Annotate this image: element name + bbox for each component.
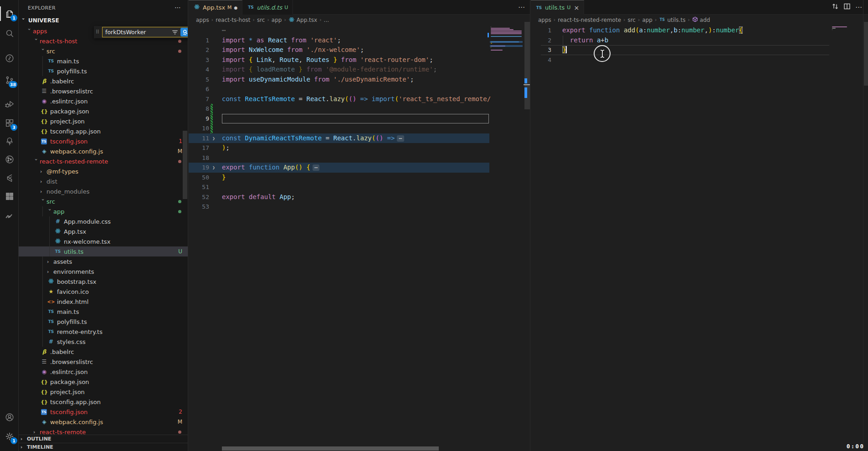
tree-item-nx-welcome-tsx[interactable]: nx-welcome.tsx	[19, 236, 188, 246]
tree-item-react-ts-nested-remote[interactable]: ›react-ts-nested-remote	[19, 156, 188, 166]
tree-item-remote-entry-ts[interactable]: TSremote-entry.ts	[19, 327, 188, 337]
fuzzy-search-toggle[interactable]	[180, 28, 188, 36]
code-line-ghost[interactable]: ⋯	[189, 26, 489, 36]
breadcrumb-item-react-ts-nested-remote[interactable]: react-ts-nested-remote	[558, 17, 621, 23]
activity-bar-item-tree[interactable]	[0, 132, 19, 150]
tree-item-polyfills-ts[interactable]: TSpolyfills.ts	[19, 66, 188, 76]
breadcrumb-item-app[interactable]: app	[272, 17, 282, 23]
breadcrumb-item-app-tsx[interactable]: App.tsx	[288, 16, 317, 24]
code-line-19[interactable]: 19❯export function App() {⋯	[189, 163, 489, 173]
tree-item-assets[interactable]: ›assets	[19, 256, 188, 266]
sidebar-section-timeline[interactable]: ›TIMELINE	[19, 443, 188, 451]
code-line-50[interactable]: 50}	[189, 173, 489, 183]
chevron-right-icon[interactable]: ›	[47, 259, 53, 265]
tree-item-environments[interactable]: ›environments	[19, 266, 188, 277]
code-line-5[interactable]: 5import useDynamicModule from './useDyna…	[189, 75, 489, 85]
chevron-right-icon[interactable]: ›	[40, 189, 46, 195]
code-line-1[interactable]: 1import * as React from 'react';	[189, 36, 489, 46]
code-line-2[interactable]: 2import NxWelcome from './nx-welcome';	[189, 45, 489, 55]
breadcrumb-item-apps[interactable]: apps	[196, 17, 209, 23]
code-line-52[interactable]: 52export default App;	[189, 192, 489, 202]
chevron-down-icon[interactable]: ›	[33, 159, 39, 165]
chevron-right-icon[interactable]: ›	[40, 169, 46, 174]
chevron-down-icon[interactable]: ›	[40, 199, 46, 205]
code-line-53[interactable]: 53	[189, 202, 489, 212]
tree-item-main-ts[interactable]: TSmain.ts	[19, 307, 188, 317]
activity-bar-item-extensions[interactable]: 3	[0, 114, 19, 132]
breadcrumb-item-app[interactable]: app	[642, 17, 652, 23]
activity-bar-item-grid[interactable]	[0, 187, 19, 205]
chevron-down-icon[interactable]: ›	[33, 38, 39, 45]
tree-item--browserslistrc[interactable]: ☰.browserslistrc	[19, 357, 188, 367]
tree-item-tsconfig-app-json[interactable]: {}tsconfig.app.json	[19, 397, 188, 407]
chevron-down-icon[interactable]: ›	[47, 209, 53, 215]
activity-bar-item-wave[interactable]	[0, 207, 19, 226]
minimap-left[interactable]	[490, 26, 524, 208]
tree-item-package-json[interactable]: {}package.json	[19, 106, 188, 116]
tree-item-tsconfig-app-json[interactable]: {}tsconfig.app.json	[19, 126, 188, 136]
breadcrumb-item-utils-ts[interactable]: TSutils.ts	[659, 17, 685, 23]
tree-item--babelrc[interactable]: β.babelrc	[19, 76, 188, 86]
breadcrumb-item-react-ts-host[interactable]: react-ts-host	[216, 17, 250, 23]
tree-item-bootstrap-tsx[interactable]: bootstrap.tsx	[19, 277, 188, 287]
fold-chevron-icon[interactable]: ❯	[212, 133, 215, 144]
tree-item-project-json[interactable]: {}project.json	[19, 116, 188, 126]
code-line-51[interactable]: 51	[189, 182, 489, 192]
breadcrumb-item--[interactable]: ...	[324, 17, 329, 23]
filter-icon[interactable]	[172, 29, 179, 36]
tab-utils-ts[interactable]: TSutils.tsU×	[531, 0, 584, 15]
code-line-1[interactable]: 1export function add(a:number,b:number,)…	[531, 26, 831, 36]
more-actions-icon[interactable]: ⋯	[855, 3, 863, 11]
tree-item-styles-css[interactable]: #styles.css	[19, 337, 188, 347]
activity-bar-item-git-graph[interactable]	[0, 150, 19, 169]
sidebar-more-actions-icon[interactable]: ⋯	[175, 4, 181, 11]
activity-bar-item-run-debug[interactable]	[0, 95, 19, 113]
code-line-17[interactable]: 17);	[189, 143, 489, 153]
tree-item-package-json[interactable]: {}package.json	[19, 377, 188, 387]
code-line-7[interactable]: 7const ReactTsRemote = React.lazy(() => …	[189, 94, 489, 104]
tree-item-project-json[interactable]: {}project.json	[19, 387, 188, 397]
tree-item-index-html[interactable]: <>index.html	[19, 297, 188, 307]
activity-bar-item-account[interactable]	[0, 408, 19, 426]
sidebar-scrollbar[interactable]	[183, 131, 187, 199]
code-line-4[interactable]: 4import { loadRemote } from '@module-fed…	[189, 65, 489, 75]
tree-item-main-ts[interactable]: TSmain.ts	[19, 56, 188, 66]
tree-item--mf-types[interactable]: ›@mf-types	[19, 166, 188, 176]
dirty-indicator-icon[interactable]: ●	[234, 5, 238, 10]
find-input[interactable]: forkDtsWorker	[105, 29, 172, 36]
drag-grip-icon[interactable]: ⠿	[96, 29, 102, 35]
tree-item-app-module-css[interactable]: #App.module.css	[19, 216, 188, 226]
code-line-3[interactable]: 3}	[531, 45, 831, 55]
split-editor-icon[interactable]	[843, 3, 851, 12]
tree-item--babelrc[interactable]: β.babelrc	[19, 347, 188, 357]
code-line-4[interactable]: 4	[531, 55, 831, 65]
minimap-right[interactable]	[831, 26, 847, 80]
activity-bar-item-explorer[interactable]: 1	[0, 5, 19, 23]
tree-item-polyfills-ts[interactable]: TSpolyfills.ts	[19, 317, 188, 327]
tree-item-tsconfig-json[interactable]: TStsconfig.json1	[19, 136, 188, 146]
code-line-10[interactable]: 10	[189, 123, 489, 133]
tree-item-webpack-config-js[interactable]: ◈webpack.config.jsM	[19, 146, 188, 156]
activity-bar-item-search[interactable]	[0, 25, 19, 43]
chevron-right-icon[interactable]: ›	[33, 429, 40, 435]
tree-item-react-ts-remote[interactable]: ›react-ts-remote	[19, 427, 188, 435]
code-line-18[interactable]: 18	[189, 153, 489, 163]
swap-editors-icon[interactable]	[832, 3, 839, 12]
tree-item-src[interactable]: ›src	[19, 46, 188, 56]
breadcrumb-item-add[interactable]: add	[692, 16, 710, 24]
code-line-8[interactable]: 8	[189, 104, 489, 114]
sidebar-section-outline[interactable]: ›OUTLINE	[19, 435, 188, 443]
horizontal-scrollbar-left[interactable]	[222, 446, 439, 451]
activity-bar-item-source-control[interactable]: 38	[0, 71, 19, 89]
tree-item--browserslistrc[interactable]: ☰.browserslistrc	[19, 86, 188, 96]
tree-item-app-tsx[interactable]: App.tsx	[19, 226, 188, 236]
breadcrumb-item-apps[interactable]: apps	[538, 17, 551, 23]
scrollbar-right[interactable]	[864, 22, 868, 86]
tree-item--eslintrc-json[interactable]: ◉.eslintrc.json	[19, 367, 188, 377]
tree-item-tsconfig-json[interactable]: TStsconfig.json2	[19, 407, 188, 417]
chevron-down-icon[interactable]: ›	[40, 48, 46, 55]
code-line-9[interactable]: 9	[189, 114, 489, 124]
tree-item-node-modules[interactable]: ›node_modules	[19, 186, 188, 196]
tree-item-utils-ts[interactable]: TSutils.tsU	[19, 246, 188, 256]
breadcrumb-item-src[interactable]: src	[627, 17, 636, 23]
